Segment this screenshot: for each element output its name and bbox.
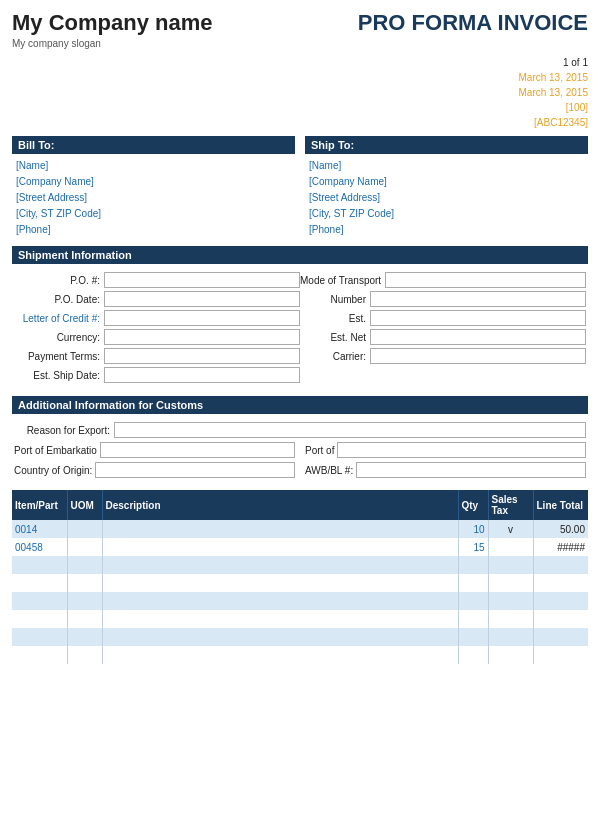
number-row: Number [300,291,586,307]
port-of-label: Port of [305,445,337,456]
awb-field: AWB/BL #: [305,462,586,478]
number-input[interactable] [370,291,586,307]
cell-tax [488,592,533,610]
table-row [12,628,588,646]
page-number: 1 of 1 [12,55,588,70]
country-origin-input[interactable] [95,462,295,478]
cell-desc [102,646,458,664]
cell-uom [67,628,102,646]
cell-item [12,556,67,574]
cell-item [12,592,67,610]
cell-uom [67,592,102,610]
items-table: Item/Part UOM Description Qty Sales Tax … [12,490,588,664]
company-name: My Company name [12,10,213,36]
est-input[interactable] [370,310,586,326]
bill-phone: [Phone] [16,222,291,238]
ship-to-content: [Name] [Company Name] [Street Address] [… [305,156,588,240]
shipment-section-header: Shipment Information [12,246,588,264]
bill-company: [Company Name] [16,174,291,190]
cell-desc [102,520,458,538]
po-number-input[interactable] [104,272,300,288]
bill-city: [City, ST ZIP Code] [16,206,291,222]
po-number-row: P.O. #: [14,272,300,288]
awb-input[interactable] [356,462,586,478]
port-embarkation-field: Port of Embarkatio [14,442,295,458]
ship-to-box: Ship To: [Name] [Company Name] [Street A… [305,136,588,240]
payment-terms-label: Payment Terms: [14,351,104,362]
cell-tax [488,574,533,592]
cell-total: ##### [533,538,588,556]
customs-grid: Reason for Export: Port of Embarkatio Po… [12,418,588,486]
ship-address: [Street Address] [309,190,584,206]
customs-section-header: Additional Information for Customs [12,396,588,414]
cell-qty [458,628,488,646]
bill-to-header: Bill To: [12,136,295,154]
ship-phone: [Phone] [309,222,584,238]
shipment-grid: P.O. #: P.O. Date: Letter of Credit #: C… [12,268,588,390]
country-awb-row: Country of Origin: AWB/BL #: [14,462,586,478]
bill-ship-section: Bill To: [Name] [Company Name] [Street A… [12,136,588,240]
mode-transport-input[interactable] [385,272,586,288]
shipment-right: Mode of Transport Number Est. Est. Net C… [300,272,586,386]
ship-company: [Company Name] [309,174,584,190]
port-of-input[interactable] [337,442,586,458]
ship-date-label: Est. Ship Date: [14,370,104,381]
table-row [12,556,588,574]
letter-credit-input[interactable] [104,310,300,326]
table-row [12,592,588,610]
est-net-label: Est. Net [300,332,370,343]
meta-info: 1 of 1 March 13, 2015 March 13, 2015 [10… [12,55,588,130]
cell-uom [67,520,102,538]
carrier-input[interactable] [370,348,586,364]
ref1: [100] [12,100,588,115]
cell-qty [458,646,488,664]
carrier-row: Carrier: [300,348,586,364]
cell-qty [458,610,488,628]
cell-qty [458,592,488,610]
awb-label: AWB/BL #: [305,465,356,476]
col-header-qty: Qty [458,490,488,520]
port-of-field: Port of [305,442,586,458]
currency-row: Currency: [14,329,300,345]
cell-total [533,610,588,628]
country-origin-field: Country of Origin: [14,462,295,478]
est-label: Est. [300,313,370,324]
mode-transport-row: Mode of Transport [300,272,586,288]
cell-desc [102,538,458,556]
cell-total [533,574,588,592]
payment-terms-input[interactable] [104,348,300,364]
reason-export-input[interactable] [114,422,586,438]
cell-desc [102,628,458,646]
table-row: 0045815##### [12,538,588,556]
bill-name: [Name] [16,158,291,174]
header: My Company name My company slogan PRO FO… [12,10,588,49]
currency-input[interactable] [104,329,300,345]
currency-label: Currency: [14,332,104,343]
col-header-uom: UOM [67,490,102,520]
carrier-label: Carrier: [300,351,370,362]
port-row: Port of Embarkatio Port of [14,442,586,458]
col-header-total: Line Total [533,490,588,520]
po-date-input[interactable] [104,291,300,307]
bill-address: [Street Address] [16,190,291,206]
ship-date-row: Est. Ship Date: [14,367,300,383]
cell-qty: 15 [458,538,488,556]
table-row [12,610,588,628]
date2: March 13, 2015 [12,85,588,100]
ship-name: [Name] [309,158,584,174]
port-embarkation-label: Port of Embarkatio [14,445,100,456]
cell-qty: 10 [458,520,488,538]
cell-desc [102,574,458,592]
cell-uom [67,610,102,628]
cell-uom [67,574,102,592]
shipment-left: P.O. #: P.O. Date: Letter of Credit #: C… [14,272,300,386]
cell-tax: v [488,520,533,538]
col-header-tax: Sales Tax [488,490,533,520]
port-embarkation-input[interactable] [100,442,295,458]
ship-date-input[interactable] [104,367,300,383]
cell-item [12,646,67,664]
cell-qty [458,556,488,574]
ship-city: [City, ST ZIP Code] [309,206,584,222]
est-net-input[interactable] [370,329,586,345]
bill-to-box: Bill To: [Name] [Company Name] [Street A… [12,136,295,240]
